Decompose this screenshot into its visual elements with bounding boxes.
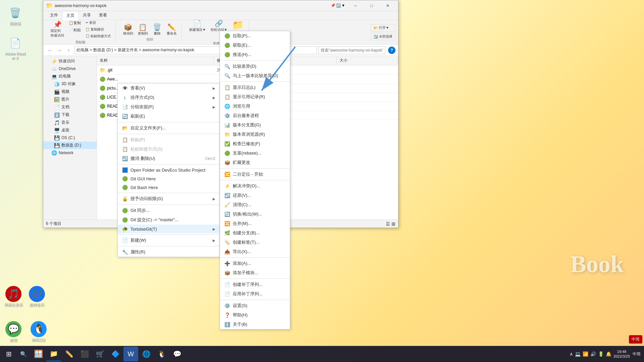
sub-apply-patch[interactable]: 📄应用补丁序列... [220, 289, 290, 299]
sidebar-item-downloads[interactable]: ⬇️下载 [43, 111, 97, 119]
ctx-grant-access[interactable]: 🔒授予访问权限(G)▶ [118, 194, 219, 203]
taskbar-app-store[interactable]: 🛒 [93, 347, 107, 361]
ctx-git-commit[interactable]: 🟢Git 提交(C) -> "master"... [118, 215, 219, 225]
minimize-button[interactable]: ─ [348, 0, 363, 11]
paste-shortcut-button[interactable]: 📋 粘贴快捷方式 [84, 33, 113, 39]
desktop-qq[interactable]: 🐧 腾讯QQ [27, 320, 50, 344]
select-all-button[interactable]: ☑️全部选择 [371, 33, 395, 40]
rename-button[interactable]: ✏️重命名 [165, 22, 179, 37]
search-button[interactable]: 🔍 [17, 346, 30, 362]
move-to-button[interactable]: 📦移动到 [121, 22, 135, 37]
copy-button[interactable]: 📋复制 [67, 20, 83, 26]
ctx-git-bash[interactable]: 🟢Git Bash Here [118, 183, 219, 192]
copy-path-button[interactable]: 📋 复制路径 [84, 26, 113, 33]
desktop-netease[interactable]: 🎵 网易云音乐 [2, 285, 25, 308]
tab-share[interactable]: 共享 [79, 11, 95, 20]
ime-indicator[interactable]: 中简 [629, 335, 642, 344]
sidebar-item-datadrive[interactable]: 💾数据盘 (D:) [43, 141, 97, 149]
cut-button[interactable]: ✂ 剪切 [84, 20, 113, 26]
ctx-properties[interactable]: 🔧属性(R) [118, 247, 219, 257]
sub-daemon[interactable]: ⚙️后台服务进程 [220, 111, 290, 120]
tray-expand-button[interactable]: ∧ [570, 351, 573, 357]
sub-stash[interactable]: 📦贮藏更改 [220, 158, 290, 167]
ctx-git-sync[interactable]: 🟢Git 同步... [118, 206, 219, 215]
maximize-button[interactable]: □ [364, 0, 379, 11]
sidebar-item-pictures[interactable]: 🖼️图片 [43, 96, 97, 103]
tray-wifi-icon[interactable]: 📶 [583, 351, 588, 357]
sub-switch[interactable]: 🔄切换/检出(W)... [220, 209, 290, 219]
up-button[interactable]: ↑ [65, 46, 73, 54]
sub-bisect[interactable]: 🔀二分定位 - 开始 [220, 170, 290, 179]
tray-lang[interactable]: 中简 [632, 346, 641, 362]
taskbar-app-explorer[interactable]: 📁 [46, 347, 61, 361]
sub-format-patch[interactable]: 📄创建补丁序列... [220, 280, 290, 289]
desktop-icon-adobe[interactable]: 📄 Adobe Reader X [3, 34, 27, 62]
tab-file[interactable]: 文件 [46, 11, 62, 20]
chevron-icon[interactable]: ▼ [341, 3, 345, 8]
ctx-paste[interactable]: 📋粘贴(P) [118, 135, 219, 144]
tray-notification-icon[interactable]: 🔔 [606, 351, 611, 357]
ctx-refresh[interactable]: 🔄刷新(E) [118, 112, 219, 121]
taskbar-app-penview[interactable]: ✏️ [62, 347, 76, 361]
close-button[interactable]: ✕ [380, 0, 395, 11]
sub-check-modified[interactable]: ✅检查已修改(F) [220, 139, 290, 148]
sub-export[interactable]: 📤导出(X)... [220, 247, 290, 256]
tile-view-button[interactable]: ⊞ [391, 221, 395, 227]
sub-clean[interactable]: 🧹清理(C)... [220, 200, 290, 209]
copy-to-button[interactable]: 📋复制到 [136, 22, 150, 37]
ctx-view[interactable]: 👁️查看(V)▶ [118, 83, 219, 93]
detail-view-button[interactable]: ☰ [386, 221, 390, 227]
ctx-sort[interactable]: ↕️排序方式(O)▶ [118, 93, 219, 102]
col-size-header[interactable]: 大小 [337, 57, 398, 64]
taskbar-app-cmd[interactable]: ⬛ [77, 347, 92, 361]
new-item-button[interactable]: 📄新建项目▼ [187, 19, 208, 41]
sub-diff[interactable]: 🔍比较差异(D) [220, 62, 290, 71]
sub-help[interactable]: ❓帮助(H) [220, 310, 290, 320]
tab-home[interactable]: 主页 [62, 11, 79, 20]
sub-add[interactable]: ➕添加(A)... [220, 259, 290, 268]
sidebar-item-onedrive[interactable]: ☁️OneDrive [43, 65, 97, 72]
ctx-deveco[interactable]: 🟦Open Folder as DevEco Studio Project [118, 166, 219, 174]
tray-battery-icon[interactable]: 🔋 [598, 351, 604, 357]
pin-quickaccess-button[interactable]: 📌 固定到快速访问 [49, 20, 66, 39]
sub-push[interactable]: 🟢推送(H)... [220, 50, 290, 59]
sidebar-item-thispc[interactable]: 💻此电脑 [43, 72, 97, 80]
sidebar-item-desktop[interactable]: 🖥️桌面 [43, 126, 97, 134]
taskview-button[interactable]: 🪟 [31, 347, 46, 361]
open-button[interactable]: 📂打开▼ [371, 24, 395, 32]
sub-merge[interactable]: 🔀合并(M)... [220, 219, 290, 228]
taskbar-app-edge[interactable]: 🌐 [139, 347, 154, 361]
col-name-header[interactable]: 名称 [97, 57, 214, 64]
forward-button[interactable]: → [55, 46, 63, 54]
paste-button[interactable]: 📄粘贴 [67, 27, 83, 33]
tray-volume-icon[interactable]: 🔊 [590, 351, 596, 357]
sidebar-item-3d[interactable]: 🧊3D 对象 [43, 80, 97, 88]
sub-tag[interactable]: 🏷️创建标签(T)... [220, 238, 290, 247]
help-button[interactable]: ? [388, 47, 395, 54]
sidebar-item-quickaccess[interactable]: ⚡快速访问 [43, 57, 97, 65]
undo-icon[interactable]: ↩️ [336, 3, 341, 8]
tray-pc-icon[interactable]: 💻 [575, 351, 581, 357]
ctx-git-gui[interactable]: 🟢Git GUI Here [118, 174, 219, 183]
back-button[interactable]: ← [46, 46, 54, 54]
sub-rebase[interactable]: 🟢支基(rebase)... [220, 148, 290, 158]
tab-view[interactable]: 查看 [95, 11, 111, 20]
taskbar-app-wechat[interactable]: 💬 [170, 347, 184, 361]
sub-diff-prev[interactable]: 🔍与上一版本比较差异(D) [220, 71, 290, 80]
taskbar-app-3d[interactable]: 🔷 [108, 347, 123, 361]
sub-rev-graph[interactable]: 📊版本分支图(G) [220, 120, 290, 130]
ctx-tortoisegit[interactable]: 🐢TortoiseGit(T)▶ [118, 225, 219, 233]
sub-branch[interactable]: 🌿创建分支(B)... [220, 228, 290, 238]
taskbar-app-qq[interactable]: 🐧 [154, 347, 169, 361]
delete-button[interactable]: 🗑️删除 [151, 22, 164, 37]
ctx-customize[interactable]: 📂自定义文件夹(F)... [118, 123, 219, 133]
sub-resolve[interactable]: ⚡解决冲突(O)... [220, 181, 290, 191]
taskbar-app-word[interactable]: W [123, 347, 138, 361]
desktop-icon-recycle[interactable]: 🗑️ 回收站 [3, 3, 27, 27]
sub-fetch[interactable]: 🟢获取(E)... [220, 41, 290, 50]
pin-icon[interactable]: 📌 [331, 3, 335, 8]
start-button[interactable]: ⊞ [0, 346, 17, 362]
sub-reflog[interactable]: 📋显示引用记录(R) [220, 92, 290, 102]
ctx-group[interactable]: 📑分组依据(P)▶ [118, 102, 219, 112]
sub-revert[interactable]: ↩️还原(V)... [220, 191, 290, 200]
